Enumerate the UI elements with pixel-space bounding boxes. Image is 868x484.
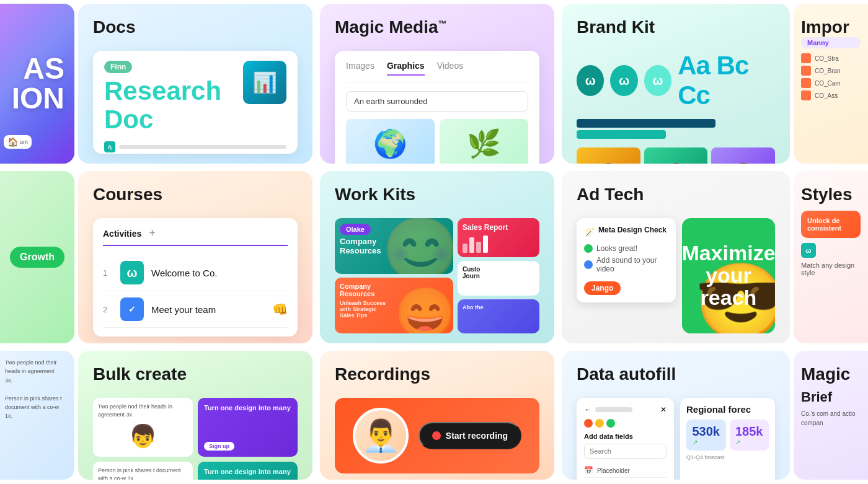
stat-1: 530k [693,425,720,439]
ad-check-item-1: Looks great! [584,244,668,253]
bulk-desc-1: Two people nod their heads in agreement … [98,403,188,418]
mm-tabs: Images Graphics Videos [346,61,528,82]
import-file-4: CO_Ass [801,90,861,100]
jango-badge: Jango [584,281,621,295]
import-file-1: CO_Stra [801,53,861,63]
brand-kit-content: ω ω ω Aa Bc Cc 👨‍💼 👩‍💼 👩‍🦱 [577,51,775,164]
brand-icon-2: ω [610,65,637,96]
bulk-turn-1: Turn one design into many [204,404,291,411]
research-doc-title: Research Doc [104,77,221,134]
sign-up-btn-1[interactable]: Sign up [204,442,234,451]
import-files: CO_Stra CO_Bran CO_Cam CO_Ass [801,53,861,100]
import-file-2: CO_Bran [801,66,861,76]
work-kits-content: 😊 Olake CompanyResources 😄 CompanyResour… [335,218,539,333]
brand-photos: 👨‍💼 👩‍💼 👩‍🦱 [577,147,775,164]
manny-badge: Manny [801,37,861,48]
data-autofill-title: Data autofill [577,364,775,384]
brand-icon-1: ω [577,65,604,96]
import-title: Impor [801,17,861,37]
regional-title: Regional forec [686,404,769,415]
match-text: Match any design style [801,262,861,276]
activities-tab[interactable]: Activities [103,229,141,239]
activity-icon-2: ✓ [120,297,144,321]
activity-icon-1: ω [120,261,144,284]
start-recording-label: Start recording [446,431,508,441]
docs-title: Docs [93,17,298,37]
start-recording-button[interactable]: Start recording [418,422,521,449]
brief-text: Co.'s com and actio compan [801,409,861,428]
stats-row: 530k ↗ 185k ↗ [686,420,769,451]
cell-recordings: Recordings 👨‍💼 Start recording [320,351,554,480]
add-activity-button[interactable]: + [149,227,156,240]
tab-graphics[interactable]: Graphics [387,61,425,76]
finn-badge: Finn [104,61,132,73]
main-grid: AS ION 🏠 am Docs Finn Research Doc 📊 [0,0,868,484]
courses-card: Activities + 1 ω Welcome to Co. 2 ✓ Meet… [93,218,298,337]
magic-media-card: Images Graphics Videos An earth surround… [335,51,539,164]
autofill-search-input[interactable] [584,444,666,459]
activity-item-2: 2 ✓ Meet your team 👊 [103,291,288,328]
cell-green-partial: Growth [0,171,74,343]
forecast-label: Q1-Q4 forecast [686,454,769,460]
ad-check-item-2: Add sound to your video [584,256,668,273]
wk-abo: Abo the [463,304,534,310]
ion-text: ION [12,84,64,113]
autofill-field-1: 📅 Placeholder [584,464,666,478]
maximize-text: Maximizeyourreach [682,242,775,309]
rec-dot [432,431,441,440]
bulk-desc-2: Person in pink shares t document with a … [98,467,188,480]
tab-images[interactable]: Images [346,61,374,76]
cell-bulk-create: Bulk create Two people nod their heads i… [78,351,312,480]
autofill-popup-title: Add data fields [584,433,666,440]
cell-magic-media: Magic Media™ Images Graphics Videos An e… [320,4,554,164]
mm-search-input[interactable]: An earth surrounded [346,91,528,112]
activity-num-2: 2 [103,305,113,314]
unlock-card: Unlock de consistent [801,211,861,238]
ad-tech-title: Ad Tech [577,185,775,205]
growth-badge: Growth [10,247,64,268]
cell-import: Impor Manny CO_Stra CO_Bran CO_Cam CO_As… [794,4,868,164]
cell-work-kits: Work Kits 😊 Olake CompanyResources 😄 [320,171,554,343]
work-kits-title: Work Kits [335,185,539,205]
activity-label-2: Meet your team [151,304,216,315]
mm-image-grid: 🌍 🌿 [346,119,528,164]
hand-icon: 👊 [272,302,288,317]
cell-ad-tech: Ad Tech 🪄 Meta Design Check Looks great!… [562,171,790,343]
courses-title: Courses [93,185,298,205]
tab-videos[interactable]: Videos [437,61,464,76]
brand-photo-3: 👩‍🦱 [711,147,775,164]
cell-magic-partial: Magic Brief Co.'s com and actio compan [794,351,868,480]
stat-box-2: 185k ↗ [730,420,769,451]
cell-courses: Courses Activities + 1 ω Welcome to Co. … [78,171,312,343]
styles-title: Styles [801,185,861,205]
activity-item-1: 1 ω Welcome to Co. [103,255,288,291]
import-file-3: CO_Cam [801,78,861,88]
recordings-card: 👨‍💼 Start recording [335,398,539,473]
wk-sales-report: Sales Report [463,223,534,232]
aa-bc-text: Aa Bc Cc [678,51,775,110]
bulk-turn-2: Turn one design into many [204,468,291,475]
ad-tech-content: 🪄 Meta Design Check Looks great! Add sou… [577,218,775,333]
brand-kit-title: Brand Kit [577,17,775,37]
mm-image-nature: 🌿 [440,119,528,164]
bulk-create-content: Two people nod their heads in agreement … [93,398,298,480]
olake-badge: Olake [340,224,371,235]
cell-styles: Styles Unlock de consistent ω Match any … [794,171,868,343]
brand-icons-row: ω ω ω Aa Bc Cc [577,51,775,110]
ad-check-title: Meta Design Check [598,226,666,234]
recording-avatar: 👨‍💼 [353,408,409,464]
stat-box-1: 530k ↗ [686,420,726,451]
data-autofill-content: ← ✕ Add data fields 📅 Placeholder T [577,398,775,480]
cell-is-on: AS ION 🏠 am [0,4,74,164]
mm-image-earth: 🌍 [346,119,435,164]
partial-text: Two people nod theirheads in agreement3x… [5,358,69,421]
courses-tabs: Activities + [103,227,288,246]
brand-color-bars [577,119,775,139]
cell-data-autofill: Data autofill ← ✕ Add data fields 📅 Plac… [562,351,790,480]
brand-icon-3: ω [644,65,671,96]
recordings-title: Recordings [335,364,539,384]
cell-brand-kit: Brand Kit ω ω ω Aa Bc Cc 👨‍💼 👩‍ [562,4,790,164]
bulk-create-title: Bulk create [93,364,298,384]
research-doc-card: Finn Research Doc 📊 Ą Ą [93,51,298,154]
magic-title: Magic [801,364,861,384]
